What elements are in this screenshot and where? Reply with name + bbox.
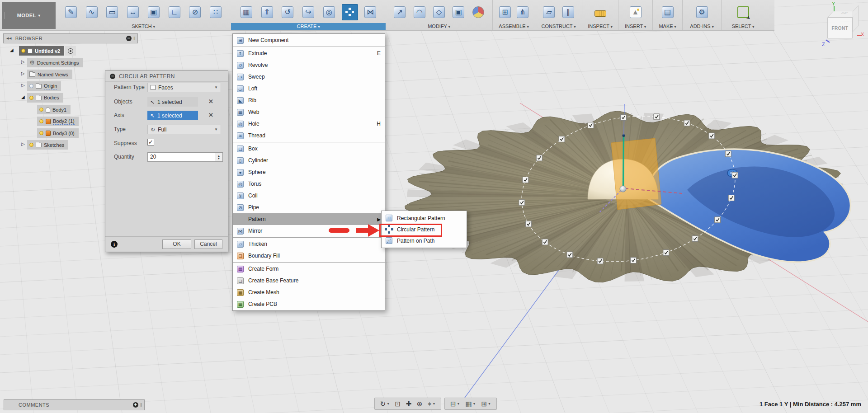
grid-snaps-button[interactable]: ▦▼ [465,400,476,408]
browser-item-body2-1[interactable]: Body2 (1) [37,117,79,126]
menu-item-torus[interactable]: ◎Torus [233,178,385,190]
visibility-bulb-icon[interactable] [39,131,43,135]
select-button[interactable] [735,4,751,20]
menu-item-cylinder[interactable]: ▯Cylinder [233,155,385,166]
menu-item-revolve[interactable]: ↺Revolve [233,59,385,71]
menu-item-create-pcb[interactable]: ▦Create PCB [233,298,385,310]
expander-icon[interactable]: ▷ [21,71,25,76]
browser-item-untitled-v2[interactable]: Untitled v2 [19,46,64,56]
pattern-instance-checkbox[interactable] [631,258,637,263]
extrude-button[interactable]: ⇑ [259,4,275,20]
objects-selection-button[interactable]: ↖ 1 selected [147,97,198,107]
pattern-instance-checkbox[interactable] [588,122,594,128]
create-sketch-button[interactable]: ✎ [63,4,79,20]
pattern-instance-checkbox[interactable] [536,155,542,161]
remove-panel-icon[interactable]: − [126,36,132,41]
toolbar-group-create-label[interactable]: CREATE ▾ [231,23,386,30]
pattern-instance-checkbox[interactable] [621,114,627,120]
expander-icon[interactable]: ◢ [10,47,14,52]
pattern-instance-checkbox[interactable] [654,114,660,120]
add-comment-icon[interactable]: + [133,402,138,408]
project-button[interactable]: ▣ [146,4,162,20]
pattern-instance-checkbox[interactable] [523,177,528,183]
display-settings-button[interactable]: ⊟▼ [450,400,460,408]
browser-item-origin[interactable]: Origin [27,81,61,91]
orbit-button[interactable]: ↻▼ [380,400,390,408]
pattern-instance-checkbox[interactable] [692,236,698,242]
quantity-stepper[interactable]: ▲ ▼ [215,152,223,162]
zoom-button[interactable]: ⊕ [417,400,423,408]
pattern-instance-checkbox[interactable] [725,151,731,157]
menu-item-rib[interactable]: ◣Rib [233,94,385,106]
sketch-dimension-button[interactable]: ↔ [125,4,141,20]
info-icon[interactable]: i [111,241,118,248]
sweep-button[interactable]: ↪ [300,4,316,20]
menu-item-create-mesh[interactable]: ▦Create Mesh [233,286,385,298]
chevron-down-icon[interactable]: ▼ [457,402,460,405]
visibility-bulb-icon[interactable] [21,49,25,53]
view-cube-front-face[interactable]: FRONT [827,18,853,38]
chevron-down-icon[interactable]: ▼ [473,402,476,405]
scripts-button[interactable]: ⚙ [694,4,710,20]
panel-drag-handle[interactable]: ‖ [140,402,142,408]
pattern-instance-checkbox[interactable] [567,252,573,258]
pattern-instance-checkbox[interactable] [542,239,548,245]
pattern-button[interactable] [342,4,358,20]
spline-button[interactable]: ∿ [84,4,100,20]
rectangle-button[interactable]: ▭ [104,4,120,20]
selected-axis-line[interactable] [623,136,624,189]
offset-button[interactable]: ∟ [166,4,183,20]
3d-print-button[interactable]: ▤ [660,4,676,20]
fillet-button[interactable]: ◠ [411,4,428,20]
toolbar-group-inspect-label[interactable]: INSPECT ▾ [582,23,618,30]
menu-item-extrude[interactable]: ⇑ExtrudeE [233,47,385,59]
expander-icon[interactable]: ◢ [21,94,25,99]
browser-panel-header[interactable]: ◀◀ BROWSER − ‖ [3,33,138,43]
browser-item-named-views[interactable]: Named Views [27,70,72,79]
pan-button[interactable]: ✚ [406,400,412,408]
toolbar-group-insert-label[interactable]: INSERT ▾ [618,23,652,30]
pattern-instance-checkbox[interactable] [732,172,738,178]
browser-item-sketches[interactable]: Sketches [27,140,68,150]
pattern-instance-checkbox[interactable] [526,221,532,227]
pattern-instance-checkbox[interactable] [519,200,525,206]
stepper-down-icon[interactable]: ▼ [217,157,220,160]
chamfer-button[interactable]: ◇ [431,4,447,20]
pattern-instance-checkbox[interactable] [709,133,715,139]
offset-plane-button[interactable]: ▱ [541,4,557,20]
dialog-collapse-icon[interactable]: − [110,74,115,79]
activate-component-toggle[interactable] [65,46,76,56]
type-dropdown[interactable]: ↻ Full ▼ [147,125,221,134]
objects-clear-icon[interactable]: ✕ [208,98,213,105]
visibility-bulb-icon[interactable] [29,96,33,100]
viewports-button[interactable]: ⊞▼ [481,400,491,408]
menu-item-coil[interactable]: §Coil [233,190,385,202]
toolbar-group-sketch-label[interactable]: SKETCH ▾ [56,23,231,30]
panel-drag-handle[interactable]: ‖ [133,36,136,41]
browser-item-body1[interactable]: Body1 [37,105,71,114]
midplane-button[interactable]: ∥ [560,4,576,20]
suppress-checkbox[interactable]: ✓ [147,139,154,145]
circle-button[interactable]: ⊘ [187,4,203,20]
menu-item-create-base-feature[interactable]: ◻Create Base Feature [233,275,385,286]
hole-button[interactable]: ◎ [321,4,337,20]
submenu-item-rectangular-pattern[interactable]: ∷Rectangular Pattern [382,212,467,224]
expander-icon[interactable]: ▷ [21,59,25,64]
quantity-input[interactable]: 20 [147,152,215,162]
expander-icon[interactable]: ▷ [21,141,25,146]
menu-item-create-form[interactable]: ▦Create Form [233,263,385,275]
chevron-down-icon[interactable]: ▼ [488,402,491,405]
menu-item-loft[interactable]: ◡Loft [233,83,385,94]
browser-item-bodies[interactable]: Bodies [27,93,63,103]
visibility-bulb-icon[interactable] [29,84,33,88]
menu-item-hole[interactable]: ◎HoleH [233,118,385,130]
menu-item-sphere[interactable]: ●Sphere [233,166,385,178]
view-cube-side-face[interactable] [853,5,859,32]
insert-image-button[interactable]: ▲ [627,4,644,20]
joint-button[interactable]: ⋔ [514,4,531,20]
visibility-bulb-icon[interactable] [39,108,43,112]
revolve-button[interactable]: ↺ [279,4,296,20]
chevron-down-icon[interactable]: ▼ [387,402,390,405]
browser-item-body3-0[interactable]: Body3 (0) [37,128,79,138]
create-form-button[interactable]: ▦ [238,4,255,20]
